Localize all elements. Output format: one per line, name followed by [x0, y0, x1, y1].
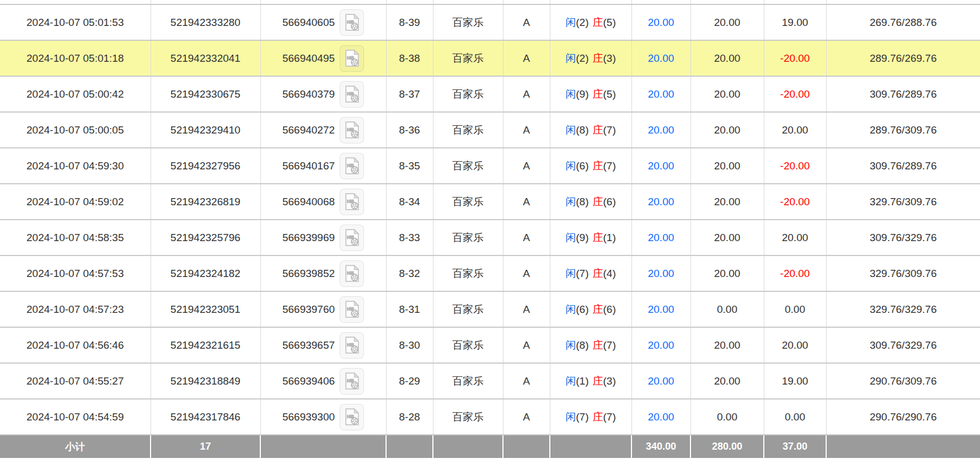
- video-replay-button[interactable]: [340, 404, 364, 430]
- bet-amount-link[interactable]: 20.00: [648, 196, 674, 207]
- game-type: 百家乐: [433, 363, 503, 399]
- bet-time: 2024-10-07 04:59:02: [0, 184, 151, 220]
- table-name: A: [503, 4, 550, 40]
- bet-amount-link[interactable]: 20.00: [648, 88, 674, 100]
- bet-amount-cell: 20.00: [631, 4, 690, 40]
- game-id: 566940167: [282, 160, 335, 172]
- win-loss: -20.00: [764, 148, 826, 184]
- banker-result-score: (5): [603, 88, 616, 100]
- video-replay-button[interactable]: [340, 153, 364, 179]
- game-id-cell: 566939300: [260, 399, 386, 435]
- player-result-score: (2): [576, 52, 588, 64]
- game-id: 566939406: [282, 375, 335, 387]
- valid-bet: 0.00: [690, 399, 764, 435]
- table-row[interactable]: 2024-10-07 05:01:53 521942333280 5669406…: [0, 4, 980, 40]
- video-replay-icon: [345, 408, 360, 425]
- table-name: A: [503, 112, 550, 148]
- video-replay-button[interactable]: [340, 225, 364, 251]
- video-replay-button[interactable]: [340, 368, 364, 395]
- bet-amount-link[interactable]: 20.00: [648, 52, 674, 64]
- balance: 290.76/290.76: [826, 399, 980, 435]
- banker-result-label: 庄: [593, 124, 603, 136]
- bet-amount-link[interactable]: 20.00: [648, 411, 674, 423]
- player-result-label: 闲: [565, 232, 576, 243]
- banker-result-score: (4): [603, 268, 616, 279]
- game-result: 闲(6)庄(6): [550, 291, 631, 327]
- bet-amount-link[interactable]: 20.00: [648, 303, 674, 315]
- game-type: 百家乐: [433, 76, 503, 112]
- round-number: 8-37: [386, 76, 433, 112]
- video-replay-button[interactable]: [340, 332, 364, 359]
- video-replay-button[interactable]: [340, 189, 364, 215]
- bet-amount-link[interactable]: 20.00: [648, 232, 674, 243]
- table-name: A: [503, 220, 550, 255]
- game-id: 566940272: [282, 124, 335, 136]
- clipped-row-above: [0, 0, 980, 4]
- subtotal-count: 17: [151, 435, 260, 458]
- video-replay-button[interactable]: [340, 260, 364, 287]
- table-row[interactable]: 2024-10-07 04:58:35 521942325796 5669399…: [0, 220, 980, 255]
- player-result-label: 闲: [565, 411, 576, 423]
- bet-time: 2024-10-07 05:01:53: [0, 4, 151, 40]
- banker-result-score: (6): [603, 303, 616, 315]
- banker-result-score: (3): [603, 375, 616, 387]
- video-replay-button[interactable]: [340, 296, 364, 323]
- table-row[interactable]: 2024-10-07 05:00:05 521942329410 5669402…: [0, 112, 980, 148]
- balance: 309.76/329.76: [826, 220, 980, 255]
- player-result-score: (7): [576, 411, 588, 423]
- bet-amount-link[interactable]: 20.00: [648, 124, 674, 136]
- bet-id: 521942318849: [151, 363, 260, 399]
- bet-amount-link[interactable]: 20.00: [648, 160, 674, 172]
- video-replay-button[interactable]: [340, 81, 364, 108]
- bet-records-table: 2024-10-07 05:01:53 521942333280 5669406…: [0, 0, 980, 458]
- balance: 309.76/329.76: [826, 327, 980, 363]
- banker-result-score: (7): [603, 124, 616, 136]
- video-replay-icon: [345, 372, 360, 390]
- player-result-score: (9): [576, 88, 588, 100]
- bet-amount-cell: 20.00: [631, 148, 690, 184]
- table-row[interactable]: 2024-10-07 04:55:27 521942318849 5669394…: [0, 363, 980, 399]
- table-row[interactable]: 2024-10-07 05:01:18 521942332041 5669404…: [0, 40, 980, 76]
- player-result-label: 闲: [565, 160, 576, 172]
- balance: 269.76/288.76: [826, 4, 980, 40]
- bet-amount-cell: 20.00: [631, 184, 690, 220]
- round-number: 8-31: [386, 291, 433, 327]
- game-result: 闲(9)庄(1): [550, 220, 631, 255]
- bet-amount-link[interactable]: 20.00: [648, 375, 674, 387]
- video-replay-button[interactable]: [340, 9, 364, 36]
- game-result: 闲(8)庄(7): [550, 112, 631, 148]
- bet-amount-link[interactable]: 20.00: [648, 17, 674, 28]
- table-row[interactable]: 2024-10-07 04:54:59 521942317846 5669393…: [0, 399, 980, 435]
- win-loss: 20.00: [764, 112, 826, 148]
- round-number: 8-39: [386, 4, 433, 40]
- valid-bet: 20.00: [690, 255, 764, 291]
- table-row[interactable]: 2024-10-07 04:57:53 521942324182 5669398…: [0, 255, 980, 291]
- game-id: 566940379: [282, 88, 335, 100]
- video-replay-button[interactable]: [340, 117, 364, 143]
- balance: 329.76/309.76: [826, 255, 980, 291]
- bet-id: 521942329410: [151, 112, 260, 148]
- round-number: 8-32: [386, 255, 433, 291]
- bet-amount-link[interactable]: 20.00: [648, 268, 674, 279]
- table-row[interactable]: 2024-10-07 04:59:30 521942327956 5669401…: [0, 148, 980, 184]
- round-number: 8-28: [386, 399, 433, 435]
- table-row[interactable]: 2024-10-07 05:00:42 521942330675 5669403…: [0, 76, 980, 112]
- bet-id: 521942330675: [151, 76, 260, 112]
- video-replay-icon: [345, 86, 360, 103]
- bet-id: 521942326819: [151, 184, 260, 220]
- video-replay-button[interactable]: [340, 45, 364, 72]
- balance: 289.76/269.76: [826, 40, 980, 76]
- table-row[interactable]: 2024-10-07 04:57:23 521942323051 5669397…: [0, 291, 980, 327]
- game-id-cell: 566939760: [260, 291, 386, 327]
- video-replay-icon: [345, 14, 360, 31]
- game-type: 百家乐: [433, 327, 503, 363]
- video-replay-icon: [345, 193, 360, 210]
- game-type: 百家乐: [433, 255, 503, 291]
- game-type: 百家乐: [433, 112, 503, 148]
- game-result: 闲(6)庄(7): [550, 148, 631, 184]
- table-row[interactable]: 2024-10-07 04:59:02 521942326819 5669400…: [0, 184, 980, 220]
- win-loss: 20.00: [764, 220, 826, 255]
- table-row[interactable]: 2024-10-07 04:56:46 521942321615 5669396…: [0, 327, 980, 363]
- game-id: 566939852: [282, 268, 335, 280]
- bet-amount-link[interactable]: 20.00: [648, 339, 674, 351]
